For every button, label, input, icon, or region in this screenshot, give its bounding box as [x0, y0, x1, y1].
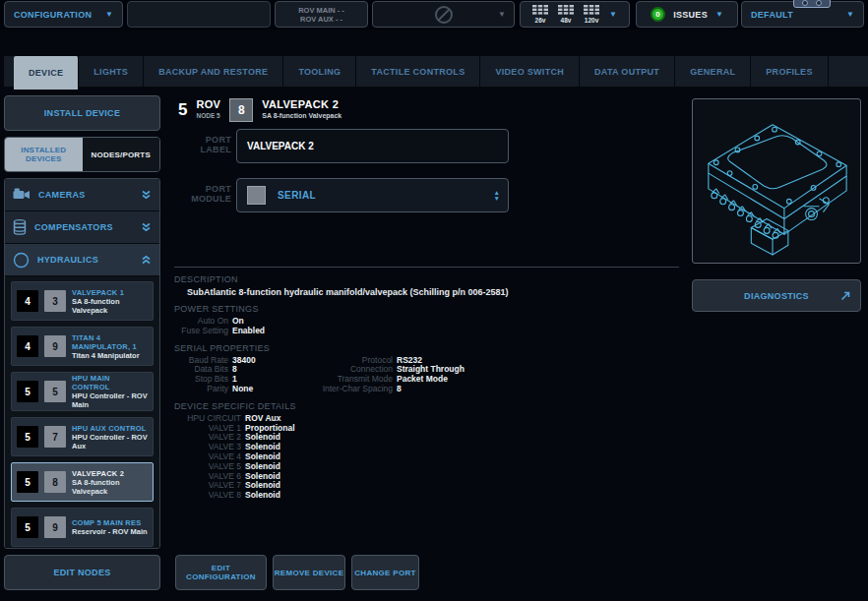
power-bars-icon [558, 5, 574, 16]
power-settings-title: POWER SETTINGS [174, 304, 682, 314]
port-label-input[interactable] [236, 129, 509, 163]
device-item-comp-5-main-res[interactable]: 5 9 COMP 5 MAIN RES Reservoir - ROV Main [11, 508, 154, 547]
hydraulics-icon [13, 252, 30, 269]
spinner-arrows-icon[interactable]: ▲▼ [494, 190, 500, 202]
voltage-48v: 48v [558, 5, 574, 25]
device-item-valvepack-2-selected[interactable]: 5 8 VALVEPACK 2 SA 8-function Valvepack [11, 462, 154, 502]
description-text: SubAtlantic 8-function hydraulic manifol… [174, 287, 682, 297]
installed-devices-toggle[interactable]: INSTALLED DEVICES [5, 138, 83, 171]
description-title: DESCRIPTION [174, 274, 682, 284]
node-number-box: 5 [17, 426, 38, 448]
tab-bar-lead [4, 56, 14, 87]
double-chevron-up-icon [141, 255, 152, 265]
node-number: 5 [178, 100, 187, 120]
serial-properties-section: SERIAL PROPERTIES Baud Rate 38400 Data B… [174, 343, 682, 394]
node-number-box: 5 [17, 471, 38, 493]
port-number-box: 8 [44, 471, 66, 493]
nodes-ports-toggle[interactable]: NODES/PORTS [83, 138, 160, 171]
issues-count-badge: 0 [651, 7, 665, 22]
serial-row: Stop Bits 1 [174, 375, 284, 385]
tab-data-output[interactable]: DATA OUTPUT [580, 56, 675, 87]
node-number-box: 4 [17, 290, 38, 312]
power-bars-icon [532, 5, 548, 16]
serial-row: Inter-Char Spacing 8 [284, 385, 465, 394]
voltage-26v: 26v [532, 5, 548, 25]
tab-tooling[interactable]: TOOLING [283, 56, 356, 87]
serial-right-column: Protocol RS232 Connection Straight Throu… [284, 356, 465, 394]
device-specific-details-title: DEVICE SPECIFIC DETAILS [174, 401, 682, 411]
tab-bar: DEVICE LIGHTS BACKUP AND RESTORE TOOLING… [4, 56, 868, 90]
topbar-empty-panel [127, 1, 271, 28]
chevron-down-icon: ▼ [498, 10, 506, 19]
tab-device[interactable]: DEVICE [14, 56, 79, 90]
power-bars-icon [584, 5, 599, 16]
device-item-hpu-aux-control[interactable]: 5 7 HPU AUX CONTROL HPU Controller - ROV… [11, 417, 154, 456]
tab-bar-filler [829, 56, 868, 87]
device-item-hpu-main-control[interactable]: 5 5 HPU MAIN CONTROL HPU Controller - RO… [11, 372, 154, 411]
port-label-label: PORT LABEL [172, 135, 231, 154]
profile-selector[interactable]: DEFAULT ▼ [741, 1, 864, 28]
rov-main-status: ROV MAIN - - [298, 6, 344, 15]
port-number-box: 9 [44, 516, 66, 538]
selected-device-header: 5 ROV NODE 5 8 VALVEPACK 2 SA 8-function… [178, 97, 341, 123]
chevron-down-icon: ▼ [846, 10, 854, 19]
install-device-button[interactable]: INSTALL DEVICE [4, 95, 160, 131]
tab-lights[interactable]: LIGHTS [79, 56, 144, 87]
chevron-down-icon: ▼ [105, 10, 113, 19]
description-section: DESCRIPTION SubAtlantic 8-function hydra… [174, 274, 682, 297]
port-module-label: PORT MODULE [172, 184, 231, 204]
port-number-box: 9 [44, 335, 66, 357]
detail-row: VALVE 8 Solenoid [174, 491, 682, 501]
port-number-box: 7 [44, 426, 66, 448]
change-port-button[interactable]: CHANGE PORT [351, 555, 419, 590]
group-compensators[interactable]: COMPENSATORS [5, 211, 159, 244]
node-number-box: 5 [17, 516, 38, 538]
device-item-valvepack-1[interactable]: 4 3 VALVEPACK 1 SA 8-function Valvepack [11, 281, 154, 321]
double-chevron-down-icon [141, 222, 152, 232]
issues-selector[interactable]: 0 ISSUES ▼ [636, 1, 738, 28]
power-row: Fuse Setting Enabled [174, 327, 682, 336]
power-settings-section: POWER SETTINGS Auto On On Fuse Setting E… [174, 304, 682, 336]
serial-row: Data Bits 8 [174, 365, 284, 375]
profile-label: DEFAULT [751, 10, 793, 20]
diagnostics-arrow-icon [840, 291, 850, 301]
node-number-box: 4 [17, 335, 38, 357]
tab-general[interactable]: GENERAL [675, 56, 751, 87]
camera-icon [13, 188, 31, 202]
configuration-label: CONFIGURATION [14, 10, 92, 20]
serial-properties-title: SERIAL PROPERTIES [174, 343, 682, 353]
device-title-block: VALVEPACK 2 SA 8-function Valvepack [262, 99, 341, 121]
prohibit-status-selector[interactable]: ▼ [372, 1, 515, 28]
tab-video-switch[interactable]: VIDEO SWITCH [480, 56, 580, 87]
port-module-dropdown[interactable]: SERIAL ▲▼ [236, 178, 509, 212]
rov-aux-status: ROV AUX - - [300, 15, 342, 24]
tab-tactile-controls[interactable]: TACTILE CONTROLS [356, 56, 480, 87]
double-chevron-down-icon [141, 190, 152, 200]
top-bar: CONFIGURATION ▼ ROV MAIN - - ROV AUX - -… [0, 0, 868, 30]
device-item-titan-4-manipulator[interactable]: 4 9 TITAN 4 MANIPULATOR, 1 Titan 4 Manip… [11, 327, 154, 366]
chevron-down-icon: ▼ [715, 10, 723, 19]
configuration-selector[interactable]: CONFIGURATION ▼ [4, 1, 123, 28]
group-hydraulics[interactable]: HYDRAULICS [5, 244, 159, 276]
tab-profiles[interactable]: PROFILES [751, 56, 828, 87]
node-name-block: ROV NODE 5 [196, 99, 220, 121]
device-wireframe-image [692, 98, 861, 264]
diagnostics-button[interactable]: DIAGNOSTICS [692, 279, 861, 312]
device-info-panel: DESCRIPTION SubAtlantic 8-function hydra… [174, 274, 682, 508]
serial-left-column: Baud Rate 38400 Data Bits 8 Stop Bits 1 … [174, 356, 284, 394]
serial-row: Baud Rate 38400 [174, 356, 284, 366]
module-value: SERIAL [278, 190, 316, 201]
edit-nodes-button[interactable]: EDIT NODES [4, 555, 160, 590]
chevron-down-icon: ▼ [609, 10, 617, 19]
section-divider [174, 267, 679, 268]
device-specific-details-section: DEVICE SPECIFIC DETAILS HPU CIRCUIT ROV … [174, 401, 682, 501]
issues-label: ISSUES [673, 10, 708, 20]
port-number-box: 5 [44, 381, 66, 402]
serial-row: Parity None [174, 385, 284, 394]
power-voltage-selector[interactable]: 26v 48v [520, 1, 630, 28]
remove-device-button[interactable]: REMOVE DEVICE [273, 555, 345, 590]
tab-backup-and-restore[interactable]: BACKUP AND RESTORE [144, 56, 283, 87]
edit-configuration-button[interactable]: EDIT CONFIGURATION [175, 555, 267, 590]
app-window: CONFIGURATION ▼ ROV MAIN - - ROV AUX - -… [0, 0, 868, 601]
group-cameras[interactable]: CAMERAS [5, 179, 159, 211]
